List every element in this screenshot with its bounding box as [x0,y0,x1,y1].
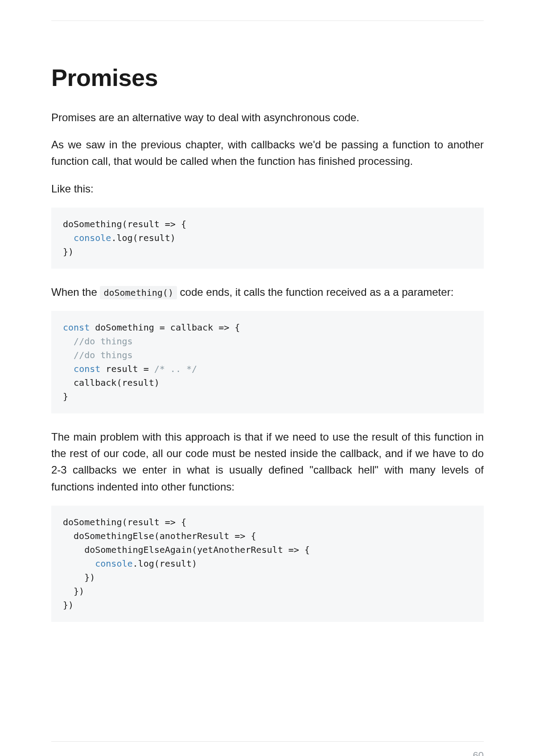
code-line: }) [63,586,84,597]
code-token: doSomething = callback => { [90,322,240,333]
code-token-keyword: const [74,364,100,374]
top-divider [51,20,484,21]
code-line: doSomething(result => { [63,219,186,229]
bottom-divider [51,741,484,742]
code-line: }) [63,600,74,610]
paragraph-like-this: Like this: [51,180,484,197]
paragraph-callbacks-explain: As we saw in the previous chapter, with … [51,136,484,169]
text-fragment: code ends, it calls the function receive… [177,286,453,298]
code-indent [63,558,95,569]
page-number: 60 [473,750,484,756]
code-token: .log(result) [111,233,176,243]
inline-code: doSomething() [100,286,177,299]
code-indent [63,336,74,347]
text-fragment: When the [51,286,100,298]
paragraph-when-ends: When the doSomething() code ends, it cal… [51,284,484,300]
code-line: }) [63,246,74,257]
code-block-2: const doSomething = callback => { //do t… [51,311,484,413]
paragraph-callback-hell: The main problem with this approach is t… [51,429,484,495]
code-token-keyword: const [63,322,90,333]
code-block-1: doSomething(result => { console.log(resu… [51,208,484,269]
code-indent [63,233,74,243]
code-line: } [63,391,68,402]
page-title: Promises [51,64,484,91]
document-page: Promises Promises are an alternative way… [0,20,535,756]
code-token-builtin: console [74,233,111,243]
code-indent [63,364,74,374]
code-line: doSomethingElse(anotherResult => { [63,531,256,541]
code-token-comment: //do things [74,336,132,347]
code-line: doSomethingElseAgain(yetAnotherResult =>… [63,544,310,555]
code-block-3: doSomething(result => { doSomethingElse(… [51,506,484,622]
paragraph-intro: Promises are an alternative way to deal … [51,109,484,126]
code-token: .log(result) [133,558,198,569]
code-line: callback(result) [63,377,160,388]
code-line: }) [63,572,95,583]
code-token-comment: /* .. */ [154,364,197,374]
code-indent [63,350,74,360]
code-token-builtin: console [95,558,132,569]
code-token-comment: //do things [74,350,132,360]
code-token: result = [100,364,154,374]
code-line: doSomething(result => { [63,517,186,527]
